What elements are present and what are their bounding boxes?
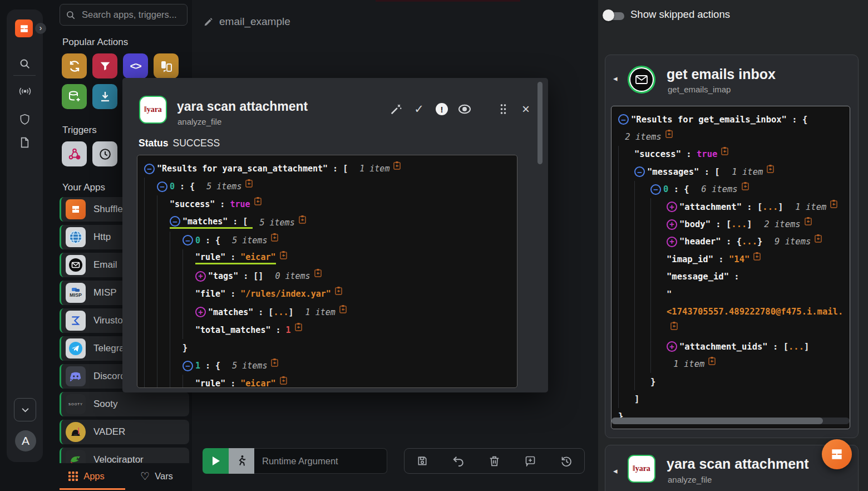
- copy-icon[interactable]: [830, 199, 837, 208]
- tab-apps[interactable]: Apps: [51, 463, 121, 489]
- indent-guide: [183, 321, 195, 339]
- copy-icon[interactable]: [245, 179, 253, 188]
- expand-node-icon[interactable]: +: [667, 202, 677, 212]
- shuffle-logo[interactable]: [15, 19, 33, 37]
- user-avatar[interactable]: A: [15, 430, 36, 451]
- copy-icon[interactable]: [254, 197, 262, 205]
- add-comment-button[interactable]: [521, 451, 540, 470]
- expand-node-icon[interactable]: +: [195, 307, 206, 317]
- copy-icon[interactable]: [742, 181, 749, 190]
- save-button[interactable]: [413, 451, 432, 470]
- expand-node-icon[interactable]: +: [667, 237, 677, 247]
- copy-icon[interactable]: [280, 251, 287, 259]
- indent-guide: [144, 285, 157, 303]
- database-add-icon: [68, 90, 81, 104]
- copy-icon[interactable]: [280, 376, 287, 385]
- checkmark-icon[interactable]: ✓: [412, 102, 426, 116]
- workflow-name[interactable]: email_example: [219, 16, 290, 28]
- json-token: ]: [778, 202, 788, 212]
- horizontal-scrollbar-track[interactable]: [611, 418, 850, 424]
- action-sync-button[interactable]: [62, 53, 87, 78]
- horizontal-scrollbar-thumb[interactable]: [611, 418, 823, 424]
- indent-guide: [634, 338, 650, 355]
- action-code-button[interactable]: <>: [123, 53, 148, 78]
- collapse-node-icon[interactable]: −: [650, 184, 661, 195]
- close-icon[interactable]: ×: [519, 102, 532, 116]
- document-icon[interactable]: [7, 137, 43, 148]
- collapse-node-icon[interactable]: −: [183, 361, 193, 371]
- action-filter-button[interactable]: [92, 53, 117, 78]
- copy-icon[interactable]: [805, 217, 812, 225]
- expand-node-icon[interactable]: +: [667, 219, 677, 230]
- app-row-velociraptor[interactable]: Velociraptor: [60, 448, 189, 463]
- trigger-schedule-button[interactable]: [92, 141, 117, 166]
- action-translate-button[interactable]: [154, 53, 179, 78]
- indent-guide: [634, 181, 650, 198]
- search-icon[interactable]: [7, 58, 43, 70]
- app-row-vader[interactable]: VADER: [60, 420, 189, 444]
- error-circle-icon[interactable]: !: [436, 103, 448, 115]
- collapse-card-icon[interactable]: ◂: [613, 466, 618, 476]
- indent-guide: [157, 249, 170, 267]
- play-icon: [211, 456, 220, 466]
- drag-handle-icon[interactable]: [496, 102, 510, 116]
- expand-sidebar-button[interactable]: ›: [35, 23, 46, 34]
- collapse-node-icon[interactable]: −: [183, 235, 193, 246]
- tab-vars[interactable]: ♡ Vars: [121, 463, 192, 489]
- json-line: −"messages" : [ 1 item: [618, 163, 843, 180]
- eye-icon[interactable]: [458, 102, 471, 116]
- collapse-node-icon[interactable]: −: [618, 114, 629, 125]
- copy-icon[interactable]: [721, 146, 728, 155]
- run-workflow-button[interactable]: [203, 448, 229, 474]
- action-database-add-button[interactable]: [62, 84, 87, 109]
- broadcast-icon[interactable]: [7, 86, 43, 97]
- copy-icon[interactable]: [314, 268, 322, 277]
- run-single-button[interactable]: [229, 448, 254, 474]
- expand-node-icon[interactable]: +: [195, 271, 206, 282]
- copy-icon[interactable]: [708, 356, 716, 365]
- shuffle-fab-button[interactable]: [822, 439, 852, 469]
- delete-button[interactable]: [485, 451, 504, 470]
- copy-icon[interactable]: [393, 161, 401, 170]
- copy-icon[interactable]: [335, 286, 342, 295]
- expand-node-icon[interactable]: +: [667, 341, 677, 352]
- copy-icon[interactable]: [670, 321, 678, 330]
- edit-pencil-icon[interactable]: [204, 17, 213, 27]
- json-line-body: −1 : {: [183, 361, 225, 371]
- copy-icon[interactable]: [665, 129, 673, 138]
- collapse-node-icon[interactable]: −: [144, 164, 155, 174]
- indent-guide: [170, 285, 183, 303]
- app-search-box[interactable]: [60, 4, 188, 26]
- runtime-argument-input[interactable]: [254, 448, 387, 474]
- copy-icon[interactable]: [295, 322, 302, 331]
- undo-button[interactable]: [449, 451, 468, 470]
- trigger-webhook-button[interactable]: [62, 141, 87, 166]
- copy-icon[interactable]: [767, 164, 774, 173]
- json-line: +"tags" : [] 0 items: [144, 267, 510, 285]
- collapse-node-icon[interactable]: −: [634, 166, 645, 177]
- copy-icon[interactable]: [815, 234, 822, 243]
- json-token: "messages": [647, 167, 699, 177]
- copy-icon[interactable]: [271, 233, 278, 242]
- collapse-node-icon[interactable]: −: [157, 181, 167, 192]
- top-edge-strip: [376, 0, 520, 2]
- action-download-button[interactable]: [92, 84, 117, 109]
- collapse-card-icon[interactable]: ◂: [613, 73, 618, 84]
- search-input[interactable]: [81, 9, 181, 21]
- copy-icon[interactable]: [299, 215, 306, 224]
- history-button[interactable]: [557, 451, 576, 470]
- wand-icon[interactable]: [389, 102, 403, 116]
- show-skipped-toggle[interactable]: [603, 9, 626, 22]
- app-row-sooty[interactable]: SOOTY Sooty: [60, 392, 189, 416]
- indent-guide: [144, 339, 157, 357]
- modal-scrollbar-thumb[interactable]: [537, 82, 542, 164]
- collapse-panel-button[interactable]: [14, 398, 36, 421]
- indent-guide: [170, 249, 183, 267]
- shield-icon[interactable]: [7, 114, 43, 125]
- indent-guide: [157, 214, 170, 232]
- copy-icon[interactable]: [339, 305, 347, 313]
- copy-icon[interactable]: [271, 358, 278, 367]
- json-token: }: [183, 343, 188, 353]
- copy-icon[interactable]: [753, 252, 761, 261]
- collapse-node-icon[interactable]: −: [170, 216, 180, 227]
